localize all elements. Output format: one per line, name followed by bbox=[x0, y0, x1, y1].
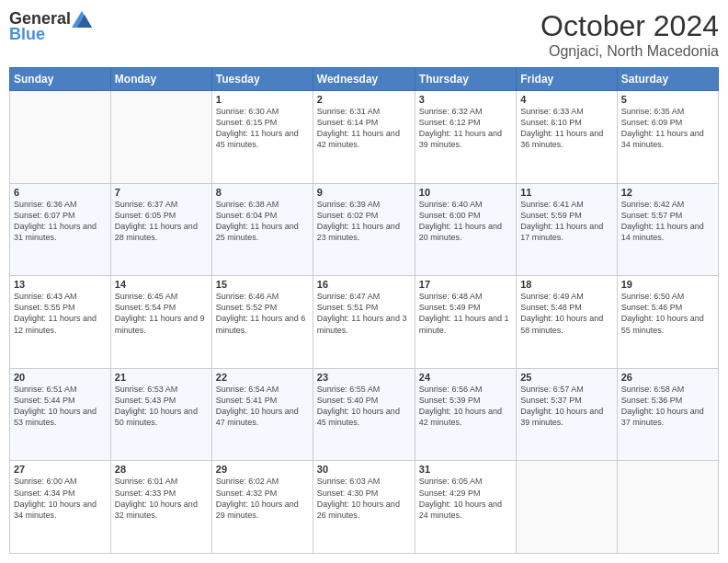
table-row: 10Sunrise: 6:40 AMSunset: 6:00 PMDayligh… bbox=[415, 183, 516, 276]
day-info: Sunrise: 6:31 AMSunset: 6:14 PMDaylight:… bbox=[317, 106, 411, 151]
day-number: 20 bbox=[14, 372, 107, 383]
table-row: 13Sunrise: 6:43 AMSunset: 5:55 PMDayligh… bbox=[10, 276, 111, 369]
table-row: 16Sunrise: 6:47 AMSunset: 5:51 PMDayligh… bbox=[313, 276, 415, 369]
calendar-table: Sunday Monday Tuesday Wednesday Thursday… bbox=[9, 67, 719, 554]
day-number: 10 bbox=[419, 187, 512, 198]
day-number: 29 bbox=[216, 464, 309, 475]
day-number: 12 bbox=[621, 187, 714, 198]
table-row: 3Sunrise: 6:32 AMSunset: 6:12 PMDaylight… bbox=[415, 91, 516, 184]
week-row-4: 20Sunrise: 6:51 AMSunset: 5:44 PMDayligh… bbox=[10, 368, 719, 461]
table-row: 22Sunrise: 6:54 AMSunset: 5:41 PMDayligh… bbox=[211, 368, 313, 461]
week-row-3: 13Sunrise: 6:43 AMSunset: 5:55 PMDayligh… bbox=[10, 276, 719, 369]
table-row: 6Sunrise: 6:36 AMSunset: 6:07 PMDaylight… bbox=[10, 183, 111, 276]
day-info: Sunrise: 6:38 AMSunset: 6:04 PMDaylight:… bbox=[216, 199, 309, 244]
table-row: 4Sunrise: 6:33 AMSunset: 6:10 PMDaylight… bbox=[517, 91, 617, 184]
day-info: Sunrise: 6:45 AMSunset: 5:54 PMDaylight:… bbox=[115, 291, 208, 336]
table-row: 31Sunrise: 6:05 AMSunset: 4:29 PMDayligh… bbox=[415, 461, 516, 554]
table-row: 5Sunrise: 6:35 AMSunset: 6:09 PMDaylight… bbox=[617, 91, 718, 184]
table-row: 30Sunrise: 6:03 AMSunset: 4:30 PMDayligh… bbox=[313, 461, 415, 554]
day-number: 14 bbox=[115, 279, 208, 290]
col-thursday: Thursday bbox=[415, 68, 516, 91]
week-row-5: 27Sunrise: 6:00 AMSunset: 4:34 PMDayligh… bbox=[10, 461, 719, 554]
day-number: 21 bbox=[115, 372, 208, 383]
day-info: Sunrise: 6:35 AMSunset: 6:09 PMDaylight:… bbox=[621, 106, 714, 151]
table-row bbox=[617, 461, 718, 554]
table-row: 19Sunrise: 6:50 AMSunset: 5:46 PMDayligh… bbox=[617, 276, 718, 369]
logo: General Blue bbox=[9, 9, 93, 44]
day-info: Sunrise: 6:00 AMSunset: 4:34 PMDaylight:… bbox=[14, 476, 107, 521]
day-number: 19 bbox=[621, 279, 714, 290]
day-info: Sunrise: 6:47 AMSunset: 5:51 PMDaylight:… bbox=[317, 291, 411, 336]
calendar-title: October 2024 bbox=[540, 9, 719, 43]
day-info: Sunrise: 6:46 AMSunset: 5:52 PMDaylight:… bbox=[216, 291, 309, 336]
day-number: 28 bbox=[115, 464, 208, 475]
table-row: 20Sunrise: 6:51 AMSunset: 5:44 PMDayligh… bbox=[10, 368, 111, 461]
day-number: 3 bbox=[419, 94, 512, 105]
day-info: Sunrise: 6:32 AMSunset: 6:12 PMDaylight:… bbox=[419, 106, 512, 151]
day-number: 24 bbox=[419, 372, 512, 383]
day-number: 9 bbox=[317, 187, 411, 198]
day-number: 18 bbox=[520, 279, 612, 290]
day-number: 5 bbox=[621, 94, 714, 105]
day-info: Sunrise: 6:37 AMSunset: 6:05 PMDaylight:… bbox=[115, 199, 208, 244]
day-info: Sunrise: 6:42 AMSunset: 5:57 PMDaylight:… bbox=[621, 199, 714, 244]
table-row: 23Sunrise: 6:55 AMSunset: 5:40 PMDayligh… bbox=[313, 368, 415, 461]
day-info: Sunrise: 6:33 AMSunset: 6:10 PMDaylight:… bbox=[520, 106, 612, 151]
table-row bbox=[517, 461, 617, 554]
day-number: 1 bbox=[216, 94, 309, 105]
table-row: 14Sunrise: 6:45 AMSunset: 5:54 PMDayligh… bbox=[110, 276, 211, 369]
day-number: 30 bbox=[317, 464, 411, 475]
day-number: 26 bbox=[621, 372, 714, 383]
day-number: 31 bbox=[419, 464, 512, 475]
table-row: 11Sunrise: 6:41 AMSunset: 5:59 PMDayligh… bbox=[517, 183, 617, 276]
day-info: Sunrise: 6:05 AMSunset: 4:29 PMDaylight:… bbox=[419, 476, 512, 521]
day-number: 15 bbox=[216, 279, 309, 290]
table-row: 27Sunrise: 6:00 AMSunset: 4:34 PMDayligh… bbox=[10, 461, 111, 554]
day-number: 27 bbox=[14, 464, 107, 475]
day-number: 7 bbox=[115, 187, 208, 198]
table-row: 2Sunrise: 6:31 AMSunset: 6:14 PMDaylight… bbox=[313, 91, 415, 184]
table-row: 1Sunrise: 6:30 AMSunset: 6:15 PMDaylight… bbox=[211, 91, 313, 184]
table-row: 18Sunrise: 6:49 AMSunset: 5:48 PMDayligh… bbox=[517, 276, 617, 369]
page: General Blue October 2024 Ognjaci, North… bbox=[0, 0, 728, 563]
header: General Blue October 2024 Ognjaci, North… bbox=[9, 9, 719, 60]
day-info: Sunrise: 6:54 AMSunset: 5:41 PMDaylight:… bbox=[216, 384, 309, 429]
day-info: Sunrise: 6:50 AMSunset: 5:46 PMDaylight:… bbox=[621, 291, 714, 336]
week-row-1: 1Sunrise: 6:30 AMSunset: 6:15 PMDaylight… bbox=[10, 91, 719, 184]
table-row: 12Sunrise: 6:42 AMSunset: 5:57 PMDayligh… bbox=[617, 183, 718, 276]
table-row: 25Sunrise: 6:57 AMSunset: 5:37 PMDayligh… bbox=[517, 368, 617, 461]
logo-icon bbox=[72, 11, 92, 28]
day-info: Sunrise: 6:36 AMSunset: 6:07 PMDaylight:… bbox=[14, 199, 107, 244]
day-info: Sunrise: 6:01 AMSunset: 4:33 PMDaylight:… bbox=[115, 476, 208, 521]
day-number: 16 bbox=[317, 279, 411, 290]
table-row: 26Sunrise: 6:58 AMSunset: 5:36 PMDayligh… bbox=[617, 368, 718, 461]
day-number: 25 bbox=[520, 372, 612, 383]
day-number: 17 bbox=[419, 279, 512, 290]
table-row: 24Sunrise: 6:56 AMSunset: 5:39 PMDayligh… bbox=[415, 368, 516, 461]
table-row: 21Sunrise: 6:53 AMSunset: 5:43 PMDayligh… bbox=[110, 368, 211, 461]
day-number: 13 bbox=[14, 279, 107, 290]
col-friday: Friday bbox=[517, 68, 617, 91]
day-info: Sunrise: 6:03 AMSunset: 4:30 PMDaylight:… bbox=[317, 476, 411, 521]
day-info: Sunrise: 6:30 AMSunset: 6:15 PMDaylight:… bbox=[216, 106, 309, 151]
day-number: 2 bbox=[317, 94, 411, 105]
day-info: Sunrise: 6:51 AMSunset: 5:44 PMDaylight:… bbox=[14, 384, 107, 429]
day-info: Sunrise: 6:43 AMSunset: 5:55 PMDaylight:… bbox=[14, 291, 107, 336]
day-info: Sunrise: 6:41 AMSunset: 5:59 PMDaylight:… bbox=[520, 199, 612, 244]
table-row: 17Sunrise: 6:48 AMSunset: 5:49 PMDayligh… bbox=[415, 276, 516, 369]
week-row-2: 6Sunrise: 6:36 AMSunset: 6:07 PMDaylight… bbox=[10, 183, 719, 276]
col-monday: Monday bbox=[110, 68, 211, 91]
col-sunday: Sunday bbox=[10, 68, 111, 91]
day-info: Sunrise: 6:55 AMSunset: 5:40 PMDaylight:… bbox=[317, 384, 411, 429]
logo-blue: Blue bbox=[9, 25, 45, 44]
day-number: 6 bbox=[14, 187, 107, 198]
day-info: Sunrise: 6:53 AMSunset: 5:43 PMDaylight:… bbox=[115, 384, 208, 429]
table-row: 28Sunrise: 6:01 AMSunset: 4:33 PMDayligh… bbox=[110, 461, 211, 554]
day-info: Sunrise: 6:58 AMSunset: 5:36 PMDaylight:… bbox=[621, 384, 714, 429]
day-number: 23 bbox=[317, 372, 411, 383]
table-row bbox=[110, 91, 211, 184]
calendar-subtitle: Ognjaci, North Macedonia bbox=[540, 43, 719, 60]
day-number: 22 bbox=[216, 372, 309, 383]
day-info: Sunrise: 6:48 AMSunset: 5:49 PMDaylight:… bbox=[419, 291, 512, 336]
title-block: October 2024 Ognjaci, North Macedonia bbox=[540, 9, 719, 60]
